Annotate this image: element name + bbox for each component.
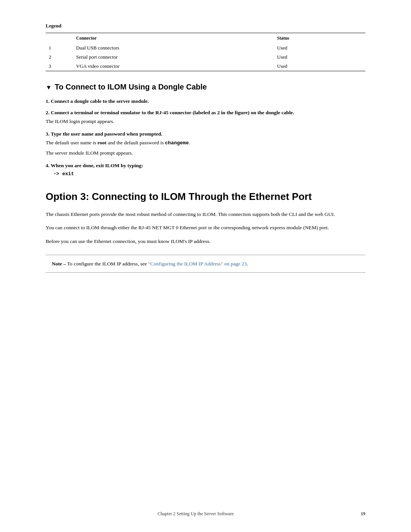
section2-para3: Before you can use the Ethernet connecti… [46, 237, 365, 246]
footer-chapter-label: Chapter 2 Setting Up the Server Software [46, 511, 346, 517]
step-3-body-p1: The default user name is root and the de… [46, 139, 365, 147]
step-2-text: Connect a terminal or terminal emulator … [51, 110, 294, 115]
legend-table-row: 1 Dual USB connectors Used [46, 43, 365, 53]
footer-page-number: 19 [361, 511, 365, 517]
step-3-number: 3. [46, 131, 51, 137]
section2-para2: You can connect to ILOM through either t… [46, 224, 365, 232]
legend-table-row: 3 VGA video connector Used [46, 62, 365, 71]
step-2: 2. Connect a terminal or terminal emulat… [46, 110, 365, 126]
step-1: 1. Connect a dongle cable to the server … [46, 98, 365, 104]
section2-para1: The chassis Ethernet ports provide the m… [46, 210, 365, 219]
step-3-label: 3. Type the user name and password when … [46, 131, 365, 137]
legend-row-status: Used [274, 53, 365, 62]
legend-table-header-row: Connector Status [46, 33, 365, 44]
step-3-body-p2: The server module ILOM prompt appears. [46, 149, 365, 157]
legend-row-connector: VGA video connector [73, 62, 274, 71]
step-2-number: 2. [46, 110, 51, 115]
step-3: 3. Type the user name and password when … [46, 131, 365, 157]
note-text: To configure the ILOM IP address, see [66, 261, 148, 267]
step-4-code: -> exit [53, 171, 365, 177]
legend-title: Legend [46, 23, 365, 29]
step-2-body-text: The ILOM login prompt appears. [46, 118, 365, 126]
legend-row-status: Used [274, 62, 365, 71]
legend-table: Connector Status 1 Dual USB connectors U… [46, 33, 365, 71]
note-box: Note – To configure the ILOM IP address,… [46, 255, 365, 273]
step-3-changeme: changeme [165, 140, 189, 146]
step-2-label: 2. Connect a terminal or terminal emulat… [46, 110, 365, 116]
steps-list: 1. Connect a dongle cable to the server … [46, 98, 365, 177]
legend-section: Legend Connector Status 1 Dual USB conne… [46, 23, 365, 71]
step-4-text: When you are done, exit ILOM by typing: [51, 163, 143, 168]
legend-row-num: 2 [46, 53, 73, 62]
section1-heading-container: ▼ To Connect to ILOM Using a Dongle Cabl… [46, 83, 365, 91]
note-link[interactable]: "Configuring the ILOM IP Address" on pag… [148, 261, 247, 267]
triangle-icon: ▼ [46, 84, 52, 91]
legend-col-num-header [46, 33, 73, 44]
step-1-number: 1. [46, 98, 51, 104]
note-text-after: . [247, 261, 248, 267]
legend-col-status-header: Status [274, 33, 365, 44]
step-1-text: Connect a dongle cable to the server mod… [51, 98, 149, 104]
legend-row-num: 1 [46, 43, 73, 53]
step-4: 4. When you are done, exit ILOM by typin… [46, 163, 365, 177]
page-footer: Chapter 2 Setting Up the Server Software… [46, 511, 365, 517]
step-3-body: The default user name is root and the de… [46, 139, 365, 157]
legend-row-num: 3 [46, 62, 73, 71]
step-2-body: The ILOM login prompt appears. [46, 118, 365, 126]
step-3-root: root [97, 140, 107, 145]
legend-row-connector: Dual USB connectors [73, 43, 274, 53]
legend-table-row: 2 Serial port connector Used [46, 53, 365, 62]
step-4-label: 4. When you are done, exit ILOM by typin… [46, 163, 365, 169]
step-3-text: Type the user name and password when pro… [51, 131, 162, 137]
step-4-number: 4. [46, 163, 51, 168]
note-bold-prefix: Note – To configure the ILOM IP address,… [52, 261, 248, 267]
legend-row-connector: Serial port connector [73, 53, 274, 62]
step-1-label: 1. Connect a dongle cable to the server … [46, 98, 365, 104]
legend-row-status: Used [274, 43, 365, 53]
note-bold-text: Note – [52, 261, 66, 267]
legend-col-connector-header: Connector [73, 33, 274, 44]
section2-heading: Option 3: Connecting to ILOM Through the… [46, 190, 365, 203]
section1-heading: To Connect to ILOM Using a Dongle Cable [55, 83, 207, 91]
